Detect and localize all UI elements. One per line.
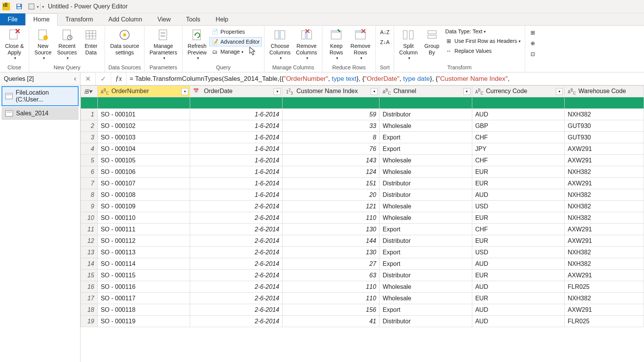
cell-channel[interactable]: Wholesale bbox=[380, 155, 472, 166]
properties-button[interactable]: 📄Properties bbox=[209, 27, 262, 36]
cell-customerindex[interactable]: 20 bbox=[283, 189, 380, 201]
cell-orderdate[interactable]: 2-6-2014 bbox=[190, 224, 283, 235]
cell-currency[interactable]: EUR bbox=[472, 270, 564, 281]
cell-ordernumber[interactable]: SO - 000112 bbox=[97, 235, 190, 247]
keep-rows-button[interactable]: Keep Rows▾ bbox=[325, 26, 348, 62]
cell-warehouse[interactable]: NXH382 bbox=[565, 247, 644, 258]
cell-orderdate[interactable]: 2-6-2014 bbox=[190, 201, 283, 212]
tab-add-column[interactable]: Add Column bbox=[101, 13, 150, 25]
cell-channel[interactable]: Export bbox=[380, 224, 472, 235]
cell-channel[interactable]: Distributor bbox=[380, 235, 472, 247]
cell-customerindex[interactable]: 143 bbox=[283, 155, 380, 166]
table-row[interactable]: 13SO - 0001132-6-2014130ExportUSDNXH382 bbox=[81, 247, 644, 258]
col-ordernumber[interactable]: ABCOrderNumber▾ bbox=[97, 86, 190, 97]
extra-button-1[interactable]: ⊞ bbox=[527, 28, 540, 37]
first-row-headers-button[interactable]: ⊞Use First Row as Headers▾ bbox=[444, 36, 522, 46]
new-source-button[interactable]: New Source▾ bbox=[31, 26, 54, 62]
cell-customerindex[interactable]: 27 bbox=[283, 258, 380, 270]
sort-asc-button[interactable]: A↓Z bbox=[378, 28, 391, 36]
table-row[interactable]: 15SO - 0001152-6-201463DistributorEURAXW… bbox=[81, 270, 644, 281]
cell-channel[interactable]: Export bbox=[380, 247, 472, 258]
enter-data-button[interactable]: Enter Data bbox=[79, 26, 102, 58]
cell-orderdate[interactable]: 2-6-2014 bbox=[190, 258, 283, 270]
cell-ordernumber[interactable]: SO - 000116 bbox=[97, 281, 190, 293]
cell-warehouse[interactable]: NXH382 bbox=[565, 201, 644, 212]
table-row[interactable]: 16SO - 0001162-6-2014110WholesaleAUDFLR0… bbox=[81, 281, 644, 293]
cell-channel[interactable]: Distributor bbox=[380, 178, 472, 189]
table-row[interactable]: 10SO - 0001102-6-2014110WholesaleEURNXH3… bbox=[81, 212, 644, 224]
replace-values-button[interactable]: ↔Replace Values bbox=[444, 46, 522, 56]
cell-orderdate[interactable]: 2-6-2014 bbox=[190, 212, 283, 224]
cell-customerindex[interactable]: 33 bbox=[283, 120, 380, 132]
filter-dropdown[interactable]: ▾ bbox=[371, 88, 378, 95]
cell-warehouse[interactable]: FLR025 bbox=[565, 316, 644, 327]
table-row[interactable]: 1SO - 0001011-6-201459DistributorAUDNXH3… bbox=[81, 109, 644, 120]
cell-channel[interactable]: Export bbox=[380, 258, 472, 270]
cell-currency[interactable]: EUR bbox=[472, 178, 564, 189]
sort-desc-button[interactable]: Z↓A bbox=[378, 38, 391, 46]
cell-ordernumber[interactable]: SO - 000108 bbox=[97, 189, 190, 201]
cell-currency[interactable]: EUR bbox=[472, 235, 564, 247]
table-row[interactable]: 6SO - 0001061-6-2014124WholesaleEURNXH38… bbox=[81, 166, 644, 178]
cell-currency[interactable]: AUD bbox=[472, 281, 564, 293]
cell-orderdate[interactable]: 2-6-2014 bbox=[190, 235, 283, 247]
cell-customerindex[interactable]: 130 bbox=[283, 224, 380, 235]
cell-orderdate[interactable]: 1-6-2014 bbox=[190, 132, 283, 143]
cell-customerindex[interactable]: 121 bbox=[283, 201, 380, 212]
cell-ordernumber[interactable]: SO - 000105 bbox=[97, 155, 190, 166]
cell-ordernumber[interactable]: SO - 000118 bbox=[97, 304, 190, 316]
cell-warehouse[interactable]: NXH382 bbox=[565, 189, 644, 201]
cell-warehouse[interactable]: NXH382 bbox=[565, 109, 644, 120]
query-item-filelocation[interactable]: FileLocation (C:\User... bbox=[2, 86, 79, 106]
table-row[interactable]: 9SO - 0001092-6-2014121WholesaleUSDNXH38… bbox=[81, 201, 644, 212]
cell-customerindex[interactable]: 8 bbox=[283, 132, 380, 143]
cell-channel[interactable]: Wholesale bbox=[380, 212, 472, 224]
qat-save-button[interactable] bbox=[14, 1, 25, 12]
remove-rows-button[interactable]: Remove Rows▾ bbox=[348, 26, 373, 62]
cell-ordernumber[interactable]: SO - 000117 bbox=[97, 293, 190, 304]
group-by-button[interactable]: Group By bbox=[421, 26, 444, 58]
extra-button-3[interactable]: ⊡ bbox=[527, 49, 540, 59]
cell-channel[interactable]: Wholesale bbox=[380, 201, 472, 212]
cell-customerindex[interactable]: 41 bbox=[283, 316, 380, 327]
formula-input[interactable]: = Table.TransformColumnTypes(Sales_2014_… bbox=[127, 72, 644, 85]
cell-orderdate[interactable]: 2-6-2014 bbox=[190, 316, 283, 327]
table-row[interactable]: 8SO - 0001081-6-201420DistributorAUDNXH3… bbox=[81, 189, 644, 201]
cell-orderdate[interactable]: 2-6-2014 bbox=[190, 247, 283, 258]
advanced-editor-button[interactable]: 📝Advanced Editor bbox=[209, 37, 262, 46]
corner-cell[interactable]: ⊞▾ bbox=[81, 86, 98, 97]
cell-orderdate[interactable]: 1-6-2014 bbox=[190, 109, 283, 120]
recent-sources-button[interactable]: Recent Sources▾ bbox=[54, 26, 79, 62]
qat-undo-button[interactable] bbox=[26, 1, 37, 12]
table-row[interactable]: 2SO - 0001021-6-201433WholesaleGBPGUT930 bbox=[81, 120, 644, 132]
col-customer-index[interactable]: 123Customer Name Index▾ bbox=[283, 86, 380, 97]
cell-channel[interactable]: Export bbox=[380, 132, 472, 143]
cell-customerindex[interactable]: 124 bbox=[283, 166, 380, 178]
col-warehouse[interactable]: ABCWarehouse Code bbox=[565, 86, 644, 97]
table-row[interactable]: 4SO - 0001041-6-201476ExportJPYAXW291 bbox=[81, 143, 644, 155]
cell-currency[interactable]: AUD bbox=[472, 258, 564, 270]
cell-currency[interactable]: AUD bbox=[472, 189, 564, 201]
cell-orderdate[interactable]: 2-6-2014 bbox=[190, 270, 283, 281]
split-column-button[interactable]: Split Column▾ bbox=[396, 26, 420, 62]
tab-tools[interactable]: Tools bbox=[178, 13, 208, 25]
cell-currency[interactable]: GBP bbox=[472, 120, 564, 132]
queries-header[interactable]: Queries [2] ‹ bbox=[0, 72, 80, 85]
data-type-button[interactable]: Data Type: Text▾ bbox=[444, 27, 522, 36]
cell-ordernumber[interactable]: SO - 000104 bbox=[97, 143, 190, 155]
cell-warehouse[interactable]: NXH382 bbox=[565, 293, 644, 304]
cell-channel[interactable]: Export bbox=[380, 304, 472, 316]
filter-dropdown[interactable]: ▾ bbox=[181, 88, 188, 95]
choose-columns-button[interactable]: Choose Columns▾ bbox=[267, 26, 293, 62]
cell-orderdate[interactable]: 1-6-2014 bbox=[190, 120, 283, 132]
table-row[interactable]: 5SO - 0001051-6-2014143WholesaleCHFAXW29… bbox=[81, 155, 644, 166]
collapse-icon[interactable]: ‹ bbox=[74, 75, 76, 83]
cell-currency[interactable]: CHF bbox=[472, 155, 564, 166]
table-row[interactable]: 14SO - 0001142-6-201427ExportAUDNXH382 bbox=[81, 258, 644, 270]
cell-channel[interactable]: Wholesale bbox=[380, 281, 472, 293]
cell-warehouse[interactable]: GUT930 bbox=[565, 120, 644, 132]
cell-warehouse[interactable]: NXH382 bbox=[565, 258, 644, 270]
cell-channel[interactable]: Wholesale bbox=[380, 120, 472, 132]
cell-currency[interactable]: AUD bbox=[472, 109, 564, 120]
cell-customerindex[interactable]: 130 bbox=[283, 247, 380, 258]
